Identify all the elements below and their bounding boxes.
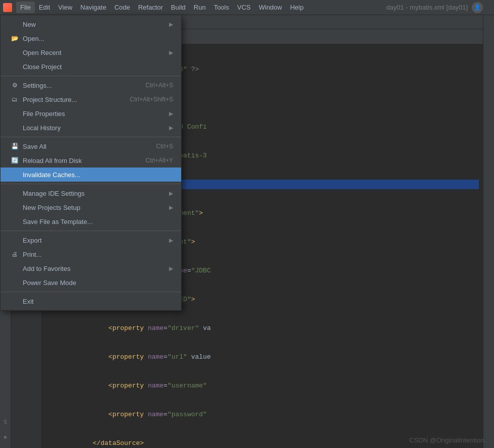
menu-item-export[interactable]: Export ▶ bbox=[1, 233, 181, 247]
menu-item-new-projects-setup[interactable]: New Projects Setup ▶ bbox=[1, 200, 181, 214]
menu-view[interactable]: View bbox=[54, 2, 76, 13]
menu-build[interactable]: Build bbox=[167, 2, 190, 13]
menu-navigate[interactable]: Navigate bbox=[76, 2, 110, 13]
save-icon: 💾 bbox=[11, 142, 19, 150]
menu-bar: File Edit View Navigate Code Refactor Bu… bbox=[0, 0, 494, 15]
code-line-11: <property name="url" value bbox=[45, 352, 479, 362]
sidebar-favorites-icon[interactable]: ★ bbox=[0, 430, 13, 444]
menu-item-settings[interactable]: ⚙ Settings... Ctrl+Alt+S bbox=[1, 78, 181, 92]
menu-item-file-properties[interactable]: File Properties ▶ bbox=[1, 106, 181, 121]
file-properties-icon bbox=[11, 109, 19, 118]
exit-icon bbox=[11, 297, 19, 305]
invalidate-icon bbox=[11, 171, 19, 179]
menu-help[interactable]: Help bbox=[286, 2, 308, 13]
new-icon bbox=[11, 20, 19, 28]
user-icon[interactable]: 👤 bbox=[472, 2, 483, 13]
menu-item-save-all[interactable]: 💾 Save All Ctrl+S bbox=[1, 139, 181, 153]
separator-5 bbox=[1, 292, 181, 292]
menu-item-add-favorites[interactable]: Add to Favorites ▶ bbox=[1, 261, 181, 275]
project-structure-icon: 🗂 bbox=[11, 95, 19, 103]
menu-code[interactable]: Code bbox=[111, 2, 134, 13]
menu-item-open[interactable]: 📂 Open... bbox=[1, 31, 181, 45]
manage-ide-icon bbox=[11, 189, 19, 197]
file-menu-dropdown: New ▶ 📂 Open... Open Recent ▶ Close Proj… bbox=[0, 15, 182, 311]
separator-3 bbox=[1, 184, 181, 184]
power-save-icon bbox=[11, 278, 19, 287]
watermark: CSDN @OriginalIntention. bbox=[409, 436, 486, 444]
new-projects-icon bbox=[11, 203, 19, 211]
export-icon bbox=[11, 236, 19, 244]
app-icon bbox=[2, 2, 13, 13]
menu-refactor[interactable]: Refactor bbox=[134, 2, 167, 13]
menu-run[interactable]: Run bbox=[190, 2, 210, 13]
separator-4 bbox=[1, 231, 181, 231]
file-menu-dropdown-overlay: New ▶ 📂 Open... Open Recent ▶ Close Proj… bbox=[0, 15, 182, 311]
save-template-icon bbox=[11, 217, 19, 226]
window-title: day01 - mybatis.xml [day01] bbox=[386, 4, 468, 11]
close-project-icon bbox=[11, 63, 19, 71]
separator-1 bbox=[1, 76, 181, 76]
favorites-icon bbox=[11, 264, 19, 272]
code-line-10: <property name="driver" va bbox=[45, 323, 479, 333]
open-recent-icon bbox=[11, 48, 19, 57]
code-line-12: <property name="username" bbox=[45, 381, 479, 390]
menu-item-reload-all[interactable]: 🔄 Reload All from Disk Ctrl+Alt+Y bbox=[1, 153, 181, 167]
menu-file[interactable]: File bbox=[16, 2, 35, 13]
menu-item-close-project[interactable]: Close Project bbox=[1, 60, 181, 74]
menu-item-manage-ide[interactable]: Manage IDE Settings ▶ bbox=[1, 186, 181, 200]
menu-tools[interactable]: Tools bbox=[210, 2, 233, 13]
reload-icon: 🔄 bbox=[11, 156, 19, 164]
menu-vcs[interactable]: VCS bbox=[233, 2, 255, 13]
print-icon: 🖨 bbox=[11, 250, 19, 258]
code-line-13: <property name="password" bbox=[45, 410, 479, 419]
local-history-icon bbox=[11, 124, 19, 132]
menu-item-invalidate-caches[interactable]: Invalidate Caches... bbox=[1, 167, 181, 182]
menu-item-project-structure[interactable]: 🗂 Project Structure... Ctrl+Alt+Shift+S bbox=[1, 92, 181, 106]
menu-item-power-save[interactable]: Power Save Mode bbox=[1, 275, 181, 290]
menu-item-open-recent[interactable]: Open Recent ▶ bbox=[1, 45, 181, 60]
menu-item-save-as-template[interactable]: Save File as Template... bbox=[1, 214, 181, 229]
right-panel bbox=[483, 15, 494, 448]
settings-icon: ⚙ bbox=[11, 81, 19, 89]
menu-item-exit[interactable]: Exit bbox=[1, 294, 181, 308]
folder-icon: 📂 bbox=[11, 34, 19, 42]
menu-item-local-history[interactable]: Local History ▶ bbox=[1, 121, 181, 135]
menu-item-new[interactable]: New ▶ bbox=[1, 17, 181, 31]
sidebar-structure-icon[interactable]: S bbox=[0, 415, 13, 429]
menu-edit[interactable]: Edit bbox=[35, 2, 54, 13]
separator-2 bbox=[1, 137, 181, 137]
menu-window[interactable]: Window bbox=[255, 2, 286, 13]
menu-item-print[interactable]: 🖨 Print... bbox=[1, 247, 181, 261]
